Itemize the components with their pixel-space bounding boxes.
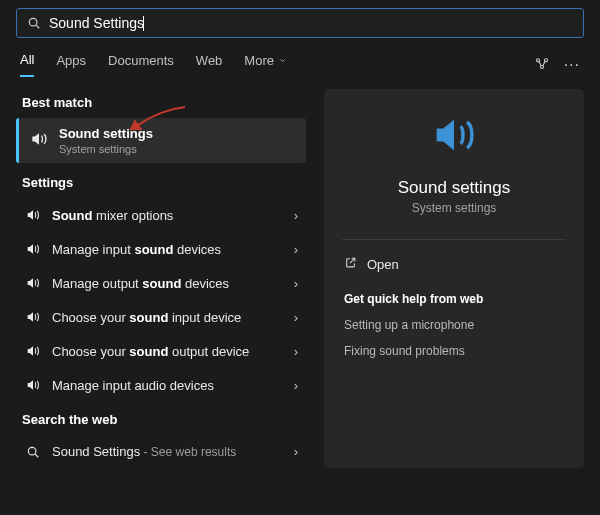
detail-panel: Sound settings System settings Open Get …	[324, 89, 584, 468]
tab-apps[interactable]: Apps	[56, 52, 86, 77]
open-action[interactable]: Open	[324, 248, 584, 280]
chevron-right-icon: ›	[294, 208, 298, 223]
chevron-right-icon: ›	[294, 444, 298, 459]
speaker-icon	[24, 377, 42, 393]
svg-point-0	[29, 18, 37, 26]
best-match-title: Sound settings	[59, 126, 153, 141]
tab-more[interactable]: More	[244, 52, 287, 77]
detail-title: Sound settings	[398, 178, 510, 198]
divider	[342, 239, 566, 240]
speaker-icon	[24, 275, 42, 291]
settings-item-label: Manage output sound devices	[52, 276, 284, 291]
web-result-item[interactable]: Sound Settings - See web results ›	[16, 435, 306, 468]
tabs-row: All Apps Documents Web More ···	[0, 42, 600, 77]
search-icon	[24, 445, 42, 459]
speaker-icon	[24, 309, 42, 325]
tabs: All Apps Documents Web More	[20, 52, 287, 77]
detail-hero: Sound settings System settings	[324, 109, 584, 231]
chevron-right-icon: ›	[294, 276, 298, 291]
tab-documents[interactable]: Documents	[108, 52, 174, 77]
settings-item[interactable]: Manage input audio devices ›	[16, 368, 306, 402]
help-heading: Get quick help from web	[324, 280, 584, 312]
settings-item[interactable]: Manage input sound devices ›	[16, 232, 306, 266]
search-input[interactable]: Sound Settings	[49, 15, 573, 31]
tab-web[interactable]: Web	[196, 52, 223, 77]
more-icon[interactable]: ···	[564, 56, 580, 74]
speaker-icon	[24, 343, 42, 359]
svg-line-6	[35, 454, 38, 457]
svg-point-5	[28, 447, 36, 455]
settings-list: Sound mixer options › Manage input sound…	[16, 198, 306, 402]
best-match-text: Sound settings System settings	[59, 126, 153, 155]
section-settings: Settings	[22, 175, 306, 190]
header-right-icons: ···	[534, 55, 580, 74]
svg-line-1	[36, 25, 39, 28]
content: Best match Sound settings System setting…	[0, 77, 600, 480]
best-match-subtitle: System settings	[59, 143, 153, 155]
settings-item[interactable]: Sound mixer options ›	[16, 198, 306, 232]
speaker-icon	[24, 241, 42, 257]
settings-item-label: Manage input audio devices	[52, 378, 284, 393]
settings-item-label: Choose your sound input device	[52, 310, 284, 325]
speaker-icon	[29, 129, 49, 152]
tab-all[interactable]: All	[20, 52, 34, 77]
speaker-icon	[24, 207, 42, 223]
chevron-right-icon: ›	[294, 378, 298, 393]
results-column: Best match Sound settings System setting…	[16, 89, 306, 468]
search-bar-container: Sound Settings	[0, 0, 600, 42]
help-link[interactable]: Setting up a microphone	[324, 312, 584, 338]
detail-subtitle: System settings	[412, 201, 497, 215]
speaker-icon-large	[428, 109, 480, 164]
svg-point-4	[540, 65, 543, 68]
connector-icon[interactable]	[534, 55, 550, 74]
section-search-web: Search the web	[22, 412, 306, 427]
search-bar[interactable]: Sound Settings	[16, 8, 584, 38]
settings-item[interactable]: Manage output sound devices ›	[16, 266, 306, 300]
section-best-match: Best match	[22, 95, 306, 110]
search-input-value: Sound Settings	[49, 15, 144, 31]
open-icon	[344, 256, 357, 272]
chevron-right-icon: ›	[294, 344, 298, 359]
settings-item-label: Sound mixer options	[52, 208, 284, 223]
settings-item[interactable]: Choose your sound input device ›	[16, 300, 306, 334]
web-result-label: Sound Settings - See web results	[52, 444, 284, 459]
search-icon	[27, 16, 41, 30]
best-match-result[interactable]: Sound settings System settings	[16, 118, 306, 163]
text-caret	[143, 16, 144, 31]
settings-item[interactable]: Choose your sound output device ›	[16, 334, 306, 368]
help-link[interactable]: Fixing sound problems	[324, 338, 584, 364]
chevron-down-icon	[278, 56, 287, 65]
settings-item-label: Choose your sound output device	[52, 344, 284, 359]
chevron-right-icon: ›	[294, 242, 298, 257]
chevron-right-icon: ›	[294, 310, 298, 325]
open-label: Open	[367, 257, 399, 272]
settings-item-label: Manage input sound devices	[52, 242, 284, 257]
